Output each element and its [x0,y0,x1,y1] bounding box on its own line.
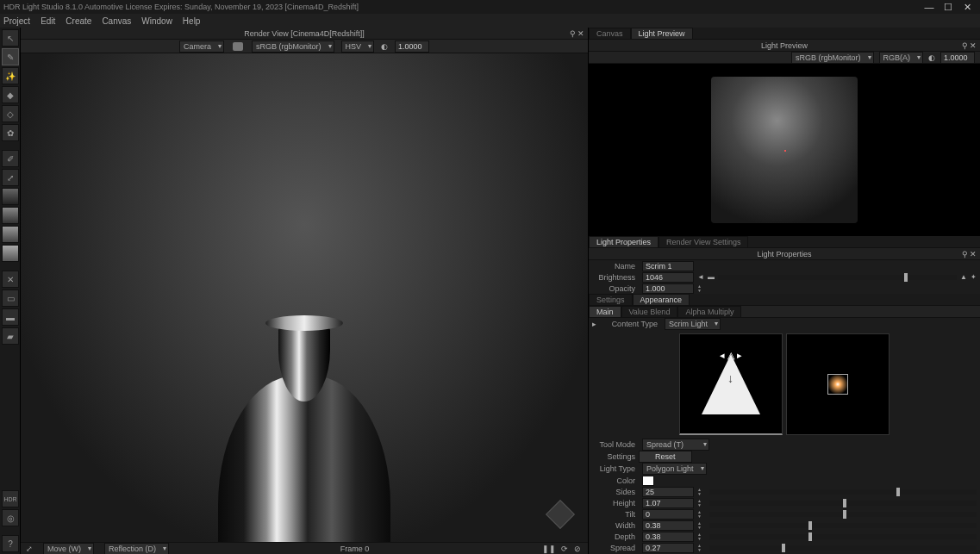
tab-light-properties[interactable]: Light Properties [589,236,659,247]
menubar: Project Edit Create Canvas Window Help [0,14,980,28]
exposure-icon[interactable]: ◐ [381,42,388,51]
gradient1-icon[interactable] [2,188,19,205]
spread-spinner[interactable]: ▲▼ [697,544,706,552]
knife-tool-icon[interactable]: ▬ [2,308,19,326]
menu-project[interactable]: Project [3,16,30,26]
pin-icon[interactable]: ⚲ [962,41,968,50]
gradient4-icon[interactable] [2,245,19,262]
nav-cube-icon[interactable] [546,500,575,529]
colorspace-dropdown[interactable]: sRGB (rgbMonitor) [252,40,334,53]
brightness-up-icon[interactable]: ▲ [960,273,967,281]
wand-tool-icon[interactable]: ✨ [2,67,19,84]
tab-settings[interactable]: Settings [589,294,633,305]
reflect-mode-dropdown[interactable]: Reflection (D) [104,543,169,555]
preview-colorspace-dropdown[interactable]: sRGB (rgbMonitor) [791,52,874,64]
tool-mode-dropdown[interactable]: Spread (T) [642,439,709,451]
expand-tool-icon[interactable]: ⤢ [2,169,19,186]
height-slider[interactable] [709,501,977,506]
depth-slider[interactable] [709,534,977,539]
depth-input[interactable]: 0.38 [642,532,694,542]
content-type-dropdown[interactable]: Scrim Light [665,318,721,330]
camera-icon[interactable] [233,42,243,51]
menu-help[interactable]: Help [183,16,201,26]
light-type-dropdown[interactable]: Polygon Light [642,463,707,475]
shape1-tool-icon[interactable]: ◆ [2,86,19,103]
menu-window[interactable]: Window [141,16,172,26]
expand-icon[interactable]: ▸ [592,320,601,328]
opacity-input[interactable]: 1.000 [642,283,694,294]
name-input[interactable]: Scrim 1 [642,261,694,271]
settings-section-row: Settings Reset [589,451,980,463]
refresh-icon[interactable]: ⟳ [561,545,568,553]
pin-icon[interactable]: ⚲ [570,29,576,38]
rect-tool-icon[interactable]: ▭ [2,289,19,307]
tab-main[interactable]: Main [589,306,621,317]
brightness-mid-icon[interactable]: ▬ [708,273,715,281]
preview-alpha-dropdown[interactable]: RGB(A) [879,52,924,64]
vase-object [218,315,390,543]
tab-render-view-settings[interactable]: Render View Settings [659,236,748,247]
tab-appearance[interactable]: Appearance [633,294,690,305]
minimize-button[interactable]: — [920,2,939,13]
tilt-spinner[interactable]: ▲▼ [697,510,706,519]
expand-icon[interactable]: ⤢ [26,545,33,553]
shape2-tool-icon[interactable]: ◇ [2,105,19,122]
spread-slider[interactable] [709,545,977,551]
panel-close-icon[interactable]: ✕ [970,41,977,50]
panel-close-icon[interactable]: ✕ [970,250,977,258]
stop-icon[interactable]: ⊘ [574,545,581,553]
brightness-slider[interactable] [718,275,957,280]
help-icon[interactable]: ? [2,535,19,552]
sides-spinner[interactable]: ▲▼ [697,488,706,496]
spread-input[interactable]: 0.27 [642,543,694,553]
camera-dropdown[interactable]: Camera [179,40,224,53]
maximize-button[interactable]: ☐ [939,2,958,13]
exposure-input[interactable]: 1.0000 [395,40,429,53]
color-swatch[interactable] [642,476,654,486]
gradient2-icon[interactable] [2,207,19,224]
menu-canvas[interactable]: Canvas [102,16,131,26]
panel-close-icon[interactable]: ✕ [577,29,584,38]
fill-tool-icon[interactable]: ▰ [2,327,19,345]
render-viewport[interactable] [21,53,588,542]
delete-tool-icon[interactable]: ✕ [2,271,19,288]
tab-alpha-multiply[interactable]: Alpha Multiply [677,306,741,317]
brush-tool-icon[interactable]: ✎ [2,48,19,65]
depth-spinner[interactable]: ▲▼ [697,532,706,541]
pause-icon[interactable]: ❚❚ [542,545,556,553]
sides-slider[interactable] [709,489,977,495]
reset-button[interactable]: Reset [639,451,692,463]
light-preview-viewport[interactable] [589,64,980,236]
brightness-input[interactable]: 1046 [642,272,694,283]
menu-edit[interactable]: Edit [41,16,55,26]
tab-value-blend[interactable]: Value Blend [621,306,678,317]
tab-canvas[interactable]: Canvas [589,28,631,39]
width-input[interactable]: 0.38 [642,520,694,531]
tilt-input[interactable]: 0 [642,509,694,520]
arrow-tool-icon[interactable]: ↖ [2,29,19,47]
pen-tool-icon[interactable]: ✐ [2,150,19,167]
tool-mode-dropdown[interactable]: Move (W) [43,543,94,555]
camera-tool-icon[interactable]: ◎ [2,509,19,526]
gradient3-icon[interactable] [2,226,19,243]
menu-create[interactable]: Create [66,16,91,26]
pin-icon[interactable]: ⚲ [962,250,968,258]
opacity-spinner[interactable]: ▲▼ [697,284,706,293]
height-input[interactable]: 1.07 [642,498,694,508]
brightness-down-icon[interactable]: ◄ [697,273,704,281]
scrim-preview[interactable]: ◂ △ ▸ ↓ [679,333,783,435]
tilt-slider[interactable] [709,512,977,517]
close-button[interactable]: ✕ [958,2,977,13]
gear-tool-icon[interactable]: ✿ [2,124,19,141]
mode-dropdown[interactable]: HSV [341,40,375,53]
sides-input[interactable]: 25 [642,487,694,497]
height-spinner[interactable]: ▲▼ [697,499,706,507]
width-slider[interactable] [709,523,977,528]
tab-light-preview[interactable]: Light Preview [631,28,693,39]
brightness-max-icon[interactable]: ✦ [971,273,977,281]
preview-exposure-input[interactable]: 1.0000 [940,52,975,64]
width-spinner[interactable]: ▲▼ [697,521,706,530]
exposure-icon[interactable]: ◐ [928,53,935,62]
hdr-badge[interactable]: HDR [2,490,19,507]
point-preview[interactable] [786,333,889,435]
